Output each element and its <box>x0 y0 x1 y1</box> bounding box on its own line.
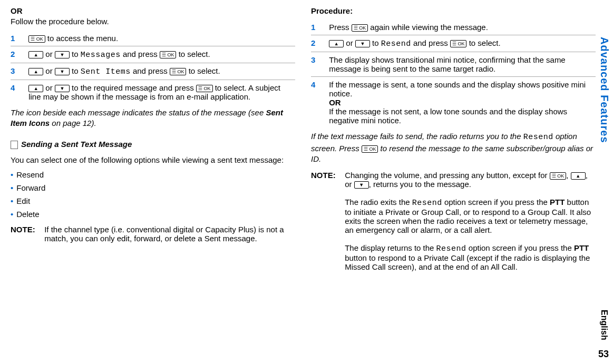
step-number: 1 <box>311 23 327 32</box>
ok-key-icon: ☰ OK <box>450 40 467 47</box>
left-step-4: 4 or to the required message and press ☰… <box>11 80 295 104</box>
ok-key-icon: ☰ OK <box>196 85 213 92</box>
down-key-icon <box>354 181 369 189</box>
bullet-icon: • <box>11 170 13 179</box>
up-key-icon <box>329 40 344 47</box>
ok-key-icon: ☰ OK <box>170 68 187 75</box>
note-label: NOTE: <box>11 225 42 234</box>
ok-key-icon: ☰ OK <box>362 145 378 153</box>
subheading: Sending a Sent Text Message <box>11 139 295 150</box>
menu-label: Resend <box>412 199 442 208</box>
list-item: •Delete <box>11 210 295 219</box>
ok-key-icon: ☰ OK <box>160 51 177 58</box>
right-steps: 1 Press ☰ OK again while viewing the mes… <box>311 19 596 128</box>
note-text: Changing the volume, and pressing any bu… <box>345 171 595 271</box>
step-number: 3 <box>11 66 26 75</box>
left-steps: 1 ☰ OK to access the menu. 2 or to Messa… <box>11 31 295 104</box>
right-note: NOTE: Changing the volume, and pressing … <box>311 171 596 271</box>
section-title-vertical: Advanced Features <box>598 37 610 143</box>
note-label: NOTE: <box>311 171 343 180</box>
step-number: 4 <box>311 80 327 89</box>
right-step-3: 3 The display shows transitional mini no… <box>311 52 596 77</box>
subtext: You can select one of the following opti… <box>11 155 295 165</box>
document-icon <box>11 141 18 149</box>
note-text: If the channel type (i.e. conventional d… <box>44 225 295 243</box>
up-key-icon <box>28 68 43 75</box>
list-item: •Resend <box>11 170 295 179</box>
right-step-1: 1 Press ☰ OK again while viewing the mes… <box>311 19 596 35</box>
bullet-icon: • <box>11 196 13 205</box>
left-column: OR Follow the procedure below. 1 ☰ OK to… <box>11 0 295 271</box>
menu-label: Resend <box>436 244 466 253</box>
list-item: •Forward <box>11 183 295 192</box>
right-step-2: 2 or to Resend and press ☰ OK to select. <box>311 35 596 52</box>
left-step-2: 2 or to Messages and press ☰ OK to selec… <box>11 46 295 63</box>
down-key-icon <box>55 68 70 75</box>
down-key-icon <box>55 51 70 58</box>
right-step-4: 4 If the message is sent, a tone sounds … <box>311 77 596 128</box>
step-number: 2 <box>311 38 327 47</box>
ok-key-icon: ☰ OK <box>550 172 567 180</box>
left-step-3: 3 or to Sent Items and press ☰ OK to sel… <box>11 63 295 80</box>
bullet-icon: • <box>11 183 13 192</box>
list-item: •Edit <box>11 196 295 205</box>
bullet-icon: • <box>11 210 13 219</box>
step-number: 2 <box>11 50 26 58</box>
step-number: 3 <box>311 55 327 64</box>
up-key-icon <box>28 85 43 92</box>
ok-key-icon: ☰ OK <box>28 35 45 43</box>
left-note: NOTE: If the channel type (i.e. conventi… <box>11 225 295 243</box>
left-step-1: 1 ☰ OK to access the menu. <box>11 31 295 46</box>
ok-key-icon: ☰ OK <box>352 24 368 32</box>
step-number: 4 <box>11 83 26 92</box>
down-key-icon <box>55 85 70 92</box>
menu-label: Messages <box>81 51 121 60</box>
down-key-icon <box>355 40 370 47</box>
step-number: 1 <box>11 34 26 43</box>
left-footnote: The icon beside each message indicates t… <box>11 107 295 129</box>
up-key-icon <box>571 172 586 180</box>
options-list: •Resend •Forward •Edit •Delete <box>11 170 295 219</box>
procedure-heading: Procedure: <box>311 6 596 16</box>
language-label: English <box>599 310 609 340</box>
right-footnote: If the text message fails to send, the r… <box>311 131 596 164</box>
right-column: Procedure: 1 Press ☰ OK again while view… <box>311 0 596 271</box>
or-label: OR <box>329 98 341 107</box>
or-label: OR <box>11 6 23 15</box>
menu-label: Resend <box>381 40 411 48</box>
or-intro: OR Follow the procedure below. <box>11 6 295 27</box>
up-key-icon <box>28 51 43 58</box>
page-content: OR Follow the procedure below. 1 ☰ OK to… <box>0 0 613 271</box>
or-text: Follow the procedure below. <box>11 17 109 26</box>
page-number: 53 <box>598 349 609 360</box>
menu-label: Resend <box>523 133 553 142</box>
menu-label: Sent Items <box>81 67 131 76</box>
